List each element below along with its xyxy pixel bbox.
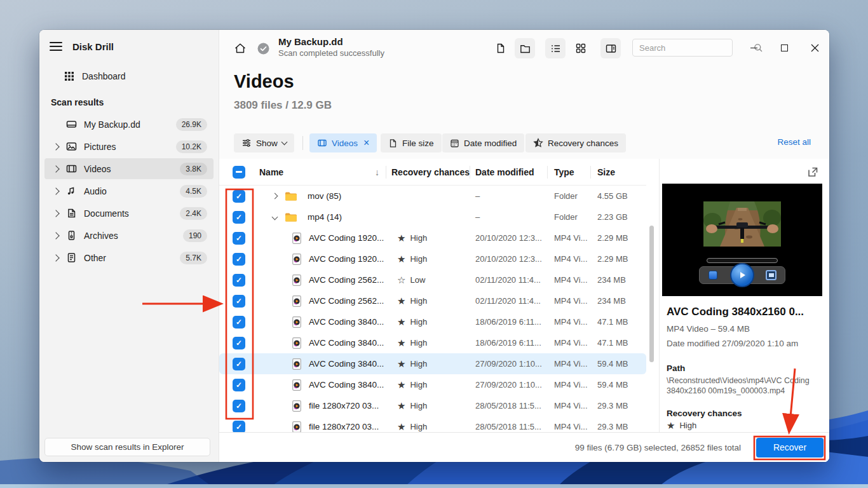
remove-filter-icon[interactable] (363, 138, 369, 148)
pictures-icon (65, 140, 78, 153)
maximize-button[interactable] (775, 39, 794, 57)
table-row[interactable]: AVC Coding 3840... High 18/06/2019 6:11.… (219, 311, 646, 332)
sidebar-item-pictures[interactable]: Pictures 10.2K (44, 136, 214, 157)
row-checkbox[interactable] (233, 337, 245, 349)
preview-panel: AVC Coding 3840x2160 0... MP4 Video – 59… (660, 159, 829, 432)
table-row[interactable]: mov (85) – Folder 4.55 GB (219, 186, 646, 207)
row-checkbox[interactable] (233, 211, 245, 224)
file-size: 2.23 GB (590, 212, 646, 222)
table-row[interactable]: file 1280x720 03... High 28/05/2018 11:5… (219, 416, 646, 432)
date-modified: 18/06/2019 6:11... (470, 338, 547, 348)
filter-chip-videos[interactable]: Videos (309, 133, 377, 152)
file-type: MP4 Vi... (547, 338, 590, 348)
expand-chevron-icon[interactable] (272, 214, 278, 220)
folder-view-button[interactable] (515, 38, 535, 58)
table-row[interactable]: AVC Coding 3840... High 27/09/2020 1:10.… (219, 353, 646, 374)
row-checkbox[interactable] (233, 253, 245, 266)
select-all-checkbox[interactable] (233, 166, 245, 179)
file-size: 59.4 MB (590, 359, 646, 369)
column-header-recovery[interactable]: Recovery chances (386, 167, 470, 177)
table-row[interactable]: AVC Coding 1920... High 20/10/2020 12:3.… (219, 248, 646, 269)
video-file-icon (292, 254, 301, 265)
recovery-level: High (410, 254, 427, 264)
chevron-right-icon[interactable] (52, 187, 59, 194)
chevron-right-icon[interactable] (52, 232, 59, 239)
file-type: MP4 Vi... (547, 401, 590, 410)
row-checkbox[interactable] (233, 295, 245, 308)
grid-view-icon[interactable] (571, 38, 591, 58)
reset-all-link[interactable]: Reset all (777, 137, 811, 147)
chevron-right-icon[interactable] (52, 210, 59, 217)
sidebar-item-videos[interactable]: Videos 3.8K (44, 158, 214, 179)
video-file-icon (292, 316, 301, 328)
expand-chevron-icon[interactable] (272, 193, 278, 200)
chevron-right-icon[interactable] (52, 143, 59, 150)
video-preview[interactable] (662, 184, 822, 296)
playback-progress-bar[interactable] (707, 258, 778, 263)
table-row[interactable]: file 1280x720 03... High 28/05/2018 11:5… (219, 395, 646, 416)
preview-panel-toggle-button[interactable] (600, 38, 621, 58)
row-checkbox[interactable] (233, 421, 245, 433)
row-checkbox[interactable] (233, 316, 245, 329)
file-name: AVC Coding 3840... (309, 359, 384, 369)
sidebar-item-archives[interactable]: Archives 190 (44, 225, 214, 246)
table-row[interactable]: AVC Coding 3840... High 27/09/2020 1:10.… (219, 374, 646, 395)
recovery-star-icon (397, 296, 405, 306)
close-button[interactable] (805, 39, 824, 57)
count-badge: 26.9K (176, 118, 207, 131)
table-scrollbar[interactable] (649, 226, 654, 362)
search-field[interactable] (632, 39, 733, 57)
home-icon[interactable] (233, 41, 247, 55)
frame-capture-button[interactable] (766, 270, 776, 280)
recovery-level: High (410, 380, 427, 390)
disk-image-icon (65, 118, 78, 131)
video-file-icon (292, 400, 301, 412)
selection-summary: 99 files (6.79 GB) selected, 26852 files… (575, 443, 741, 452)
file-view-icon[interactable] (491, 38, 511, 58)
sidebar-item-audio[interactable]: Audio 4.5K (44, 180, 214, 201)
date-modified: 18/06/2019 6:11... (470, 317, 547, 327)
sidebar-item-my-backup[interactable]: My Backup.dd 26.9K (44, 114, 214, 135)
file-size: 4.55 GB (590, 191, 646, 201)
count-badge: 5.7K (180, 252, 207, 264)
row-checkbox[interactable] (233, 232, 245, 245)
sidebar-item-documents[interactable]: Documents 2.4K (44, 203, 214, 224)
show-filter-button[interactable]: Show (234, 133, 294, 152)
row-checkbox[interactable] (233, 379, 245, 391)
chevron-right-icon[interactable] (52, 165, 59, 172)
count-badge: 190 (183, 229, 207, 242)
table-row[interactable]: AVC Coding 1920... High 20/10/2020 12:3.… (219, 227, 646, 248)
row-checkbox[interactable] (233, 358, 245, 370)
row-checkbox[interactable] (233, 190, 245, 203)
column-header-name[interactable]: Name (259, 167, 283, 177)
column-header-type[interactable]: Type (547, 167, 590, 177)
table-row[interactable]: AVC Coding 2562... Low 02/11/2020 11:4..… (219, 269, 646, 290)
show-in-explorer-button[interactable]: Show scan results in Explorer (44, 438, 210, 456)
column-header-date[interactable]: Date modified (470, 167, 547, 177)
search-input[interactable] (633, 43, 754, 53)
play-button[interactable] (730, 263, 754, 287)
filter-chip-recovery-chances[interactable]: Recovery chances (526, 133, 626, 152)
chevron-right-icon[interactable] (52, 254, 59, 261)
date-modified: 02/11/2020 11:4... (470, 275, 547, 285)
table-row[interactable]: AVC Coding 3840... High 18/06/2019 6:11.… (219, 332, 646, 353)
table-row[interactable]: mp4 (14) – Folder 2.23 GB (219, 207, 646, 227)
recover-button[interactable]: Recover (756, 438, 824, 458)
list-view-button[interactable] (545, 38, 566, 58)
open-external-icon[interactable] (806, 166, 819, 179)
column-header-size[interactable]: Size (590, 167, 646, 177)
page-subtitle: 3809 files / 12.9 GB (234, 99, 332, 112)
row-checkbox[interactable] (233, 274, 245, 287)
table-row[interactable]: AVC Coding 2562... High 02/11/2020 11:4.… (219, 290, 646, 311)
minimize-button[interactable] (744, 39, 763, 57)
filter-chip-date-modified[interactable]: Date modified (442, 133, 524, 152)
sidebar-item-other[interactable]: Other 5.7K (44, 247, 214, 268)
close-icon (811, 44, 819, 52)
hamburger-menu-icon[interactable] (50, 42, 62, 51)
filter-chip-file-size[interactable]: File size (381, 133, 442, 152)
sort-descending-icon[interactable] (375, 167, 379, 177)
stop-button[interactable] (709, 271, 717, 280)
row-checkbox[interactable] (233, 400, 245, 412)
file-type: MP4 Vi... (547, 275, 590, 285)
sidebar-item-dashboard[interactable]: Dashboard (44, 65, 214, 87)
